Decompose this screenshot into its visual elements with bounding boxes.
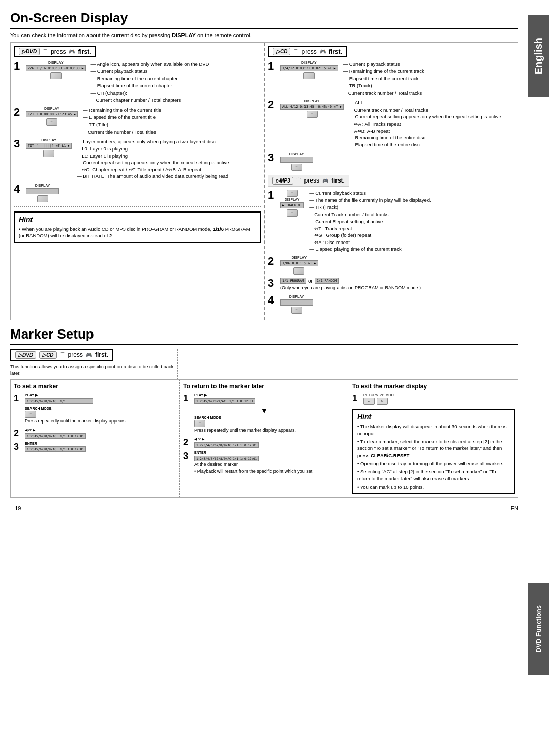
dvd-press-icon: ⌒	[43, 48, 48, 55]
marker-col1-step3: 3 ENTER 1:2345/67/8/9/AC 1/1 1:0:12:01	[14, 442, 176, 452]
cd-display-label3: DISPLAY	[289, 152, 304, 156]
mp3-press-label: press	[304, 177, 319, 184]
note-dvd3-1b: L0: Layer 0 is playing	[77, 145, 261, 152]
note-cd2-4: — Elapsed time of the entire disc	[349, 141, 515, 148]
mp3-remote-icon: 🎮	[322, 178, 328, 184]
dvd-hint-divider	[14, 206, 261, 207]
dvd-hint-text: • When you are playing back an Audio CD …	[19, 226, 256, 239]
marker-col1-search-icon: SEARCH MODE	[25, 407, 176, 410]
mp3-step4-screen-area: DISPLAY ⌒	[280, 295, 313, 314]
marker-col2-s3-content: ENTER 1:2/3/4/5/67/8/9/AC 1/1 1:0:12:01 …	[194, 451, 346, 475]
cd-step2-notes: — ALL: Current track number / Total trac…	[347, 99, 515, 148]
marker-col2-s1-num: 1	[183, 393, 192, 404]
marker-col1-s1-screen: 1:2345/67/8/9/AC 1/1 .............	[25, 398, 93, 404]
dvd-hint-title: Hint	[19, 216, 256, 224]
mp3-step2-screen: 1/06 0:01:15 ⇆T ▶	[280, 260, 318, 266]
dvd-remote1: ⌒	[50, 72, 62, 79]
dvd-display-label2: DISPLAY	[44, 107, 59, 110]
marker-col2-search-content: SEARCH MODE ⌒ Press repeatedly until the…	[194, 416, 346, 434]
cd-press-first-bar: ▷CD ⌒ press 🎮 first.	[268, 46, 347, 57]
note-mp3-1-5: — Elapsed playing time of the current tr…	[309, 246, 515, 252]
mp3-step2-num: 2	[268, 256, 276, 267]
cd-remote-icon: 🎮	[320, 49, 326, 54]
note-dvd3-2b: ⇔C: Chapter repeat / ⇔T: Title repeat / …	[77, 166, 261, 173]
note-mp3-1-4d: ⇔A : Disc repeat	[309, 239, 515, 246]
dvd-step4-inner: DISPLAY ⌒	[26, 184, 261, 202]
mp3-display-label1: DISPLAY	[285, 198, 300, 201]
marker-col1-s1-icon: PLAY ▶	[25, 393, 176, 397]
dvd-remote3: ⌒	[43, 150, 54, 157]
marker-hint-box: Hint • The Marker display will disappear…	[352, 409, 515, 494]
marker-col2-s1-screen: 1:2345/67/8/9/AC 1/1 1:0:12:01	[194, 398, 255, 404]
marker-col1: To set a marker 1 PLAY ▶ 1:2345/67/8/9/A…	[11, 380, 180, 497]
note-dvd1-4: — Elapsed time of the current chapter	[91, 82, 261, 89]
mp3-or-label: or	[308, 278, 313, 284]
dvd-first-label: first.	[78, 48, 91, 55]
cd-step2-screen: ALL 4/12 0:13:45 -0:45:40 ⇆T ▶	[280, 104, 344, 110]
cd-step-3: 3 DISPLAY ⌒	[268, 152, 515, 171]
marker-first-label: first.	[95, 351, 108, 358]
marker-col1-s1-content: PLAY ▶ 1:2345/67/8/9/AC 1/1 ............…	[25, 393, 176, 404]
footer-page-num: – 19 –	[10, 505, 26, 511]
mp3-display-label2: DISPLAY	[291, 256, 307, 259]
marker-col2-search-note: Press repeatedly until the marker displa…	[194, 427, 346, 434]
dvd-step3-inner: DISPLAY TIT [|||||||] ⇆T L1 ▶ ⌒ — Layer …	[26, 138, 261, 180]
note-dvd3-3: — BIT RATE: The amount of audio and vide…	[77, 173, 261, 179]
cd-step2-inner: DISPLAY ALL 4/12 0:13:45 -0:45:40 ⇆T ▶ ⌒…	[280, 99, 515, 148]
mp3-remote1b: ⌒	[287, 209, 298, 217]
marker-col1-search: SEARCH MODE ⌒ Press repeatedly until the…	[14, 407, 176, 425]
marker-col1-s2-icon: ◀ or ▶	[25, 428, 176, 432]
marker-col2-s2-content: ◀ or ▶ 1:2/3/4/5/67/8/9/AC 1/1 1:0:12:01	[194, 437, 346, 448]
note-dvd3-1: — Layer numbers, appears only when playi…	[77, 138, 261, 145]
mp3-step3-screen-a: 1/1 PROGRAM	[280, 278, 306, 284]
cd-step3-num: 3	[268, 152, 276, 163]
mp3-display-label4: DISPLAY	[289, 295, 304, 298]
mp3-step4-num: 4	[268, 295, 276, 306]
marker-col2-title: To return to the marker later	[183, 383, 346, 390]
dvd-hint-box: Hint • When you are playing back an Audi…	[14, 211, 261, 244]
marker-col2-s1-icon: PLAY ▶	[194, 393, 346, 397]
dvd-step3-notes: — Layer numbers, appears only when playi…	[75, 138, 261, 180]
dvd-step3-screen: TIT [|||||||] ⇆T L1 ▶	[26, 143, 72, 149]
marker-col3-s1-icons: RETURN or MODE	[363, 393, 515, 397]
cd-display-label1: DISPLAY	[301, 61, 317, 64]
mp3-step3-num: 3	[268, 278, 276, 289]
dvd-step-4: 4 DISPLAY ⌒	[14, 184, 261, 202]
cd-step1-screen: 1/4/12 0:03:21 0:02:15 ⇆T ▶	[280, 65, 338, 71]
marker-col1-step2: 2 ◀ or ▶ 1:2345/67/8/9/AC 1/1 1:0:12:01	[14, 428, 176, 439]
mp3-badge: ▷MP3	[272, 177, 293, 185]
cd-first-label: first.	[329, 48, 342, 55]
cd-step1-num: 1	[268, 61, 276, 72]
dvd-step3-screen-area: DISPLAY TIT [|||||||] ⇆T L1 ▶ ⌒	[26, 138, 72, 180]
mp3-step4-inner: DISPLAY ⌒	[280, 295, 515, 314]
dvd-functions-label: DVD Functions	[535, 605, 542, 652]
mp3-step3-inner: 1/1 PROGRAM or 1/1 RANDOM (Only when you…	[280, 278, 515, 292]
marker-col2-step1: 1 PLAY ▶ 1:2345/67/8/9/AC 1/1 1:0:12:01	[183, 393, 346, 404]
dvd-press-first-bar: ▷DVD ⌒ press 🎮 first.	[14, 46, 96, 57]
marker-col2-step2: 2 ◀ or ▶ 1:2/3/4/5/67/8/9/AC 1/1 1:0:12:…	[183, 437, 346, 448]
dvd-step3-num: 3	[14, 138, 22, 149]
marker-col2-s3-sub: • Playback will restart from the specifi…	[194, 468, 346, 475]
dvd-step4-screen-area: DISPLAY ⌒	[26, 184, 59, 202]
note-mp3-1-2: — The name of the file currently in play…	[309, 197, 515, 203]
cd-remote1: ⌒	[303, 72, 315, 79]
dvd-remote-icon: 🎮	[69, 49, 75, 54]
marker-hint-text: • The Marker display will disappear in a…	[357, 423, 510, 490]
mp3-step-1: 1 ⌒ DISPLAY ▶ TRACK 01 ⌒	[268, 190, 515, 253]
marker-hint-title: Hint	[357, 413, 510, 421]
note-cd2-3: — Remaining time of the entire disc	[349, 134, 515, 141]
marker-col2-s3-icon: ENTER	[194, 451, 346, 455]
dvd-remote2: ⌒	[46, 118, 57, 126]
marker-col2-s3-screen: 1:2/3/4/5/67/8/9/AC 1/1 1:0:12:01	[194, 456, 259, 461]
mode-label: MODE	[385, 393, 396, 397]
note-mp3-1-4c: ⇔G : Group (folder) repeat	[309, 232, 515, 238]
marker-col1-s3-screen: 1:2345/67/8/9/AC 1/1 1:0:12:01	[25, 446, 86, 452]
mp3-step3-row: 1/1 PROGRAM or 1/1 RANDOM	[280, 278, 421, 284]
marker-col1-s3-content: ENTER 1:2345/67/8/9/AC 1/1 1:0:12:01	[25, 442, 176, 452]
mp3-remote1a: ⌒	[287, 190, 298, 197]
osd-title: On-Screen Display	[10, 10, 518, 29]
marker-col1-step1: 1 PLAY ▶ 1:2345/67/8/9/AC 1/1 ..........…	[14, 393, 176, 404]
marker-col2-remote-search: ⌒	[194, 420, 205, 427]
dvd-step1-screen: 2/6 11/16 0:00:00 -0:03:30 ▶	[26, 65, 86, 71]
note-mp3-1-3b: Current Track number / total tracks	[309, 211, 515, 218]
